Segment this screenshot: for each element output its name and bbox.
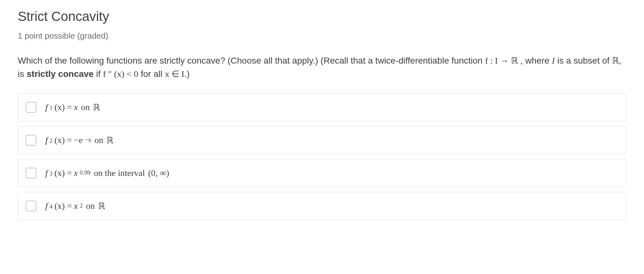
- stem-fn-map: f : I → ℝ: [485, 56, 520, 65]
- stem-closing: .): [184, 69, 190, 79]
- checkbox-1[interactable]: [26, 102, 36, 113]
- options-list: f1 (x) = x on ℝ f2 (x) = −e−x on ℝ f3 (x…: [18, 93, 626, 220]
- option-4-label: f4 (x) = x2 on ℝ: [45, 201, 105, 211]
- fn-label: f: [45, 102, 48, 112]
- fn-exp: 0.99: [80, 169, 91, 176]
- stem-condition: f ″ (x) < 0: [103, 69, 138, 79]
- fn-suffix: on: [80, 102, 91, 112]
- fn-domain: (0, ∞): [148, 168, 169, 178]
- map-prefix: f : I →: [485, 56, 511, 65]
- fn-sub: 4: [50, 203, 53, 210]
- real-symbol-2: ℝ: [612, 56, 619, 65]
- fn-base: x: [74, 201, 78, 211]
- fn-label: f: [45, 201, 48, 211]
- fn-open: (x) =: [54, 168, 72, 178]
- option-3-label: f3 (x) = x0.99 on the interval (0, ∞): [45, 168, 169, 178]
- fn-open: (x) =: [54, 201, 72, 211]
- fn-exp: 2: [80, 202, 83, 209]
- stem-if: if: [94, 69, 103, 79]
- stem-strict-concave: strictly concave: [27, 69, 94, 79]
- cond-text: f ″ (x) < 0: [103, 69, 138, 79]
- option-4[interactable]: f4 (x) = x2 on ℝ: [18, 192, 626, 220]
- question-container: Strict Concavity 1 point possible (grade…: [0, 0, 644, 233]
- question-title: Strict Concavity: [18, 9, 626, 24]
- fn-exp: −x: [85, 136, 92, 143]
- fn-domain: ℝ: [106, 135, 113, 146]
- fn-label: f: [45, 168, 48, 178]
- stem-I: I: [552, 56, 555, 65]
- stem-forall: for all: [138, 69, 165, 79]
- fn-sub: 2: [50, 138, 53, 144]
- fn-suffix: on: [93, 135, 104, 145]
- xinI-text: x ∈ I: [165, 69, 184, 79]
- checkbox-2[interactable]: [26, 135, 36, 146]
- fn-sub: 3: [50, 171, 53, 177]
- stem-subset: is a subset of: [555, 56, 612, 65]
- checkbox-4[interactable]: [26, 201, 36, 211]
- option-3[interactable]: f3 (x) = x0.99 on the interval (0, ∞): [18, 159, 626, 187]
- fn-prefix: −e: [74, 135, 83, 145]
- option-2[interactable]: f2 (x) = −e−x on ℝ: [18, 126, 626, 154]
- checkbox-3[interactable]: [26, 168, 36, 178]
- fn-domain: ℝ: [98, 201, 105, 211]
- stem-where: , where: [520, 56, 552, 65]
- fn-open: (x) =: [54, 135, 72, 145]
- fn-sub: 1: [50, 105, 53, 111]
- fn-suffix: on: [85, 201, 96, 211]
- option-1-label: f1 (x) = x on ℝ: [45, 102, 100, 113]
- option-1[interactable]: f1 (x) = x on ℝ: [18, 93, 626, 121]
- real-symbol: ℝ: [511, 56, 518, 65]
- fn-label: f: [45, 135, 48, 145]
- fn-base: x: [74, 168, 78, 178]
- fn-domain: ℝ: [93, 102, 100, 113]
- fn-body: x: [74, 102, 78, 112]
- points-possible: 1 point possible (graded): [18, 31, 626, 41]
- fn-suffix: on the interval: [92, 168, 146, 178]
- stem-lead: Which of the following functions are str…: [18, 56, 485, 65]
- stem-x-in-I: x ∈ I: [165, 69, 184, 79]
- question-stem: Which of the following functions are str…: [18, 54, 626, 81]
- fn-open: (x) =: [54, 102, 72, 112]
- option-2-label: f2 (x) = −e−x on ℝ: [45, 135, 113, 146]
